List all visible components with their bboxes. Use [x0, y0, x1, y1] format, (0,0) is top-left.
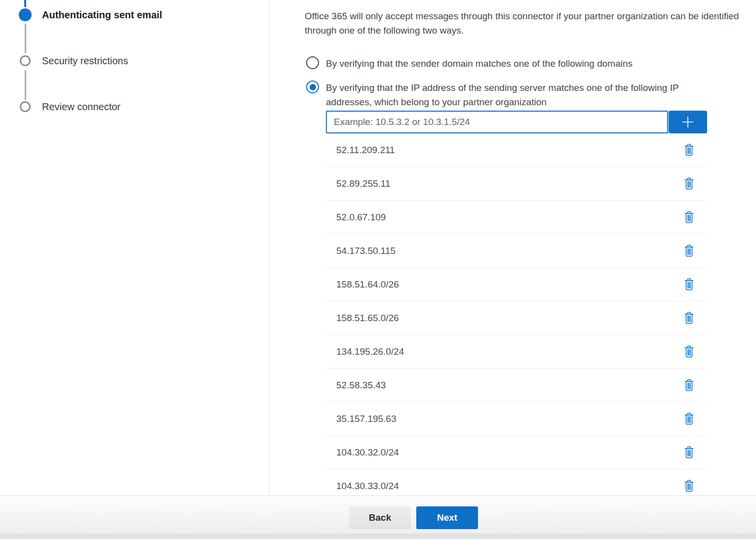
delete-ip-button[interactable] — [684, 479, 694, 493]
ip-list-item: 52.89.255.11 — [326, 167, 707, 201]
step-security-restrictions: Security restrictions — [42, 54, 128, 67]
delete-ip-button[interactable] — [684, 143, 694, 157]
intro-text: Office 365 will only accept messages thr… — [305, 9, 755, 38]
ip-address: 134.195.26.0/24 — [336, 346, 404, 357]
trash-icon — [684, 446, 694, 459]
ip-list-item: 104.30.33.0/24 — [326, 469, 707, 497]
plus-icon — [680, 115, 695, 129]
ip-address: 52.0.67.109 — [336, 212, 386, 223]
ip-address: 104.30.32.0/24 — [336, 447, 399, 458]
ip-list-item: 158.51.64.0/26 — [326, 268, 707, 301]
stepper-connector — [25, 70, 26, 100]
trash-icon — [684, 210, 694, 224]
radio-unselected-icon[interactable] — [306, 56, 319, 69]
bottom-edge-bar — [0, 534, 756, 539]
step-upcoming-circle-icon — [20, 55, 31, 66]
option-ip-address[interactable]: By verifying that the IP address of the … — [306, 81, 756, 109]
ip-address: 52.11.209.211 — [336, 145, 395, 156]
step-current-dot-icon — [19, 8, 32, 21]
trash-icon — [684, 412, 694, 425]
delete-ip-button[interactable] — [684, 345, 694, 358]
ip-list-item: 52.11.209.211 — [326, 133, 707, 167]
wizard-footer: Back Next — [0, 496, 756, 539]
delete-ip-button[interactable] — [684, 412, 694, 425]
trash-icon — [684, 311, 694, 325]
option-sender-domain[interactable]: By verifying that the sender domain matc… — [306, 56, 756, 71]
ip-address: 54.173.50.115 — [336, 246, 396, 256]
trash-icon — [684, 143, 694, 157]
stepper-connector — [25, 24, 26, 53]
back-button[interactable]: Back — [349, 506, 411, 529]
trash-icon — [684, 278, 694, 291]
ip-list: 52.11.209.211 52.89.255.11 — [326, 133, 707, 497]
step-review-connector: Review connector — [42, 100, 120, 113]
ip-list-item: 158.51.65.0/26 — [326, 301, 707, 335]
delete-ip-button[interactable] — [684, 278, 694, 291]
trash-icon — [684, 378, 694, 392]
option-ip-address-label[interactable]: By verifying that the IP address of the … — [326, 81, 721, 109]
delete-ip-button[interactable] — [684, 244, 694, 257]
main-panel: Office 365 will only accept messages thr… — [305, 9, 756, 497]
delete-ip-button[interactable] — [684, 311, 694, 325]
ip-address: 52.89.255.11 — [336, 178, 391, 189]
trash-icon — [684, 177, 694, 190]
delete-ip-button[interactable] — [684, 446, 694, 459]
ip-list-item: 35.157.195.63 — [326, 402, 707, 436]
ip-list-item: 134.195.26.0/24 — [326, 335, 707, 369]
ip-address: 35.157.195.63 — [336, 414, 397, 424]
add-ip-button[interactable] — [669, 111, 707, 133]
radio-dot — [310, 84, 316, 90]
ip-address: 158.51.64.0/26 — [336, 279, 399, 290]
ip-list-item: 52.0.67.109 — [326, 201, 707, 234]
radio-selected-icon[interactable] — [306, 81, 319, 93]
next-button[interactable]: Next — [416, 506, 478, 529]
trash-icon — [684, 345, 694, 358]
wizard-stepper-sidebar: Authenticating sent email Security restr… — [0, 0, 270, 496]
ip-entry-section: 52.11.209.211 52.89.255.11 — [326, 111, 707, 497]
ip-address-input[interactable] — [326, 111, 668, 133]
delete-ip-button[interactable] — [684, 378, 694, 392]
trash-icon — [684, 244, 694, 257]
step-authenticating-sent-email: Authenticating sent email — [42, 8, 162, 21]
delete-ip-button[interactable] — [684, 177, 694, 190]
ip-list-item: 52.58.35.43 — [326, 369, 707, 402]
delete-ip-button[interactable] — [684, 210, 694, 224]
ip-list-item: 54.173.50.115 — [326, 234, 707, 268]
ip-address: 158.51.65.0/26 — [336, 313, 399, 324]
ip-address: 104.30.33.0/24 — [336, 481, 399, 492]
ip-address: 52.58.35.43 — [336, 380, 386, 391]
ip-list-item: 104.30.32.0/24 — [326, 436, 707, 469]
stepper-connector-top — [24, 0, 26, 7]
option-sender-domain-label[interactable]: By verifying that the sender domain matc… — [326, 56, 633, 71]
step-upcoming-circle-icon — [20, 101, 31, 112]
trash-icon — [684, 479, 694, 493]
